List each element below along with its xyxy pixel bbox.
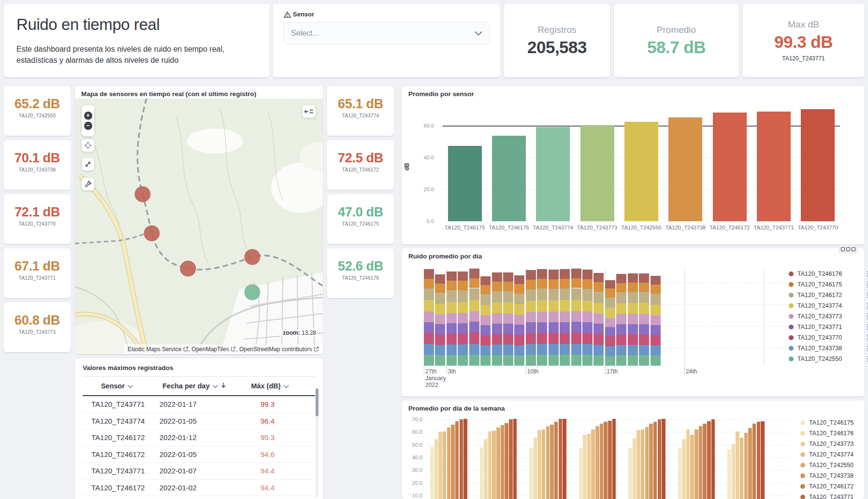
stacked-bar-segment[interactable] xyxy=(480,294,491,305)
stacked-bar-segment[interactable] xyxy=(526,289,536,301)
stacked-bar-segment[interactable] xyxy=(469,300,479,312)
stacked-bar-segment[interactable] xyxy=(435,293,445,304)
stacked-bar-segment[interactable] xyxy=(560,300,570,312)
stacked-bar-segment[interactable] xyxy=(560,279,570,289)
stacked-bar-segment[interactable] xyxy=(549,355,559,366)
map-attribution-link[interactable]: OpenMapTiles xyxy=(191,346,236,353)
grouped-bar[interactable] xyxy=(748,428,752,499)
grouped-bar[interactable] xyxy=(542,429,546,499)
stacked-bar-segment[interactable] xyxy=(492,302,502,314)
stacked-bar-segment[interactable] xyxy=(605,318,615,327)
column-header-sensor[interactable]: Sensor xyxy=(83,382,151,390)
legend-item[interactable]: TA120_T242550 xyxy=(800,460,864,470)
grouped-bar[interactable] xyxy=(509,419,513,499)
locate-button[interactable] xyxy=(82,139,94,152)
grouped-bar[interactable] xyxy=(480,447,484,499)
stacked-bar-segment[interactable] xyxy=(526,280,536,289)
stacked-bar-segment[interactable] xyxy=(537,269,547,279)
stacked-bar-segment[interactable] xyxy=(492,272,502,282)
grouped-bar[interactable] xyxy=(492,431,496,499)
grouped-bar[interactable] xyxy=(604,422,608,499)
stacked-bar-segment[interactable] xyxy=(651,356,661,366)
grouped-bar[interactable] xyxy=(641,429,645,499)
stacked-bar-segment[interactable] xyxy=(458,281,468,290)
stacked-bar-segment[interactable] xyxy=(605,308,615,318)
stacked-bar-segment[interactable] xyxy=(435,284,445,293)
stacked-bar-segment[interactable] xyxy=(593,303,604,314)
stacked-bar-segment[interactable] xyxy=(469,344,479,355)
stacked-bar-segment[interactable] xyxy=(537,333,547,344)
stacked-bar-segment[interactable] xyxy=(526,270,536,280)
stacked-bar-segment[interactable] xyxy=(503,334,513,344)
grouped-bar[interactable] xyxy=(637,430,640,499)
stacked-bar-segment[interactable] xyxy=(514,345,524,356)
map-sensor-marker[interactable] xyxy=(245,285,260,300)
stacked-bar-segment[interactable] xyxy=(582,344,593,355)
grouped-bar[interactable] xyxy=(546,426,550,499)
expand-button[interactable] xyxy=(82,158,94,171)
stacked-bar-segment[interactable] xyxy=(639,283,649,292)
stacked-bar-segment[interactable] xyxy=(571,288,581,300)
stacked-bar-segment[interactable] xyxy=(651,276,661,285)
stacked-bar-segment[interactable] xyxy=(549,344,559,355)
bar[interactable] xyxy=(580,125,614,221)
stacked-bar-segment[interactable] xyxy=(549,270,559,279)
stacked-bar-segment[interactable] xyxy=(537,279,547,289)
bar[interactable] xyxy=(624,122,658,221)
legend-item[interactable]: TA120_T243738 xyxy=(789,343,868,354)
stacked-bar-segment[interactable] xyxy=(435,324,445,334)
grouped-bar[interactable] xyxy=(455,421,459,499)
stacked-bar-segment[interactable] xyxy=(447,313,457,323)
grouped-bar[interactable] xyxy=(682,439,686,499)
zoom-in-button[interactable]: + xyxy=(84,112,92,120)
grouped-bar[interactable] xyxy=(451,425,455,499)
stacked-bar-segment[interactable] xyxy=(447,344,457,355)
stacked-bar-segment[interactable] xyxy=(480,345,491,356)
legend-item[interactable]: TA120_T243771 xyxy=(789,322,868,332)
stacked-bar-segment[interactable] xyxy=(639,345,649,355)
stacked-bar-segment[interactable] xyxy=(447,323,457,334)
stacked-bar-segment[interactable] xyxy=(628,303,638,314)
bar[interactable] xyxy=(801,109,835,221)
stacked-bar-segment[interactable] xyxy=(503,291,513,302)
stacked-bar-segment[interactable] xyxy=(458,344,468,355)
stacked-bar-segment[interactable] xyxy=(424,269,434,279)
legend-item[interactable]: TA120_T243771 xyxy=(800,492,864,499)
stacked-bar-segment[interactable] xyxy=(593,324,604,334)
stacked-bar-segment[interactable] xyxy=(514,325,524,335)
grouped-bar[interactable] xyxy=(653,422,657,499)
stacked-bar-segment[interactable] xyxy=(571,300,581,312)
stacked-bar-segment[interactable] xyxy=(639,314,649,324)
panel-options-menu[interactable] xyxy=(838,245,858,254)
stacked-bar-segment[interactable] xyxy=(605,298,615,308)
grouped-bar[interactable] xyxy=(711,419,715,499)
stacked-bar-segment[interactable] xyxy=(571,269,581,278)
stacked-bar-segment[interactable] xyxy=(458,290,468,301)
stacked-bar-segment[interactable] xyxy=(526,355,536,366)
stacked-bar-segment[interactable] xyxy=(593,355,604,366)
legend-item[interactable]: TA120_T243773 xyxy=(789,311,868,322)
stacked-bar-segment[interactable] xyxy=(605,280,615,288)
map-sensor-marker[interactable] xyxy=(144,226,160,242)
stacked-bar-segment[interactable] xyxy=(503,355,513,366)
stacked-bar-segment[interactable] xyxy=(480,285,491,294)
legend-item[interactable]: TA120_T246176 xyxy=(789,269,868,279)
stacked-bar-segment[interactable] xyxy=(447,355,457,366)
stacked-bar-segment[interactable] xyxy=(582,312,593,322)
grouped-bar[interactable] xyxy=(628,448,632,499)
stacked-bar-segment[interactable] xyxy=(605,327,615,337)
stacked-bar-segment[interactable] xyxy=(616,355,626,366)
stacked-bar-segment[interactable] xyxy=(549,279,559,289)
grouped-bar[interactable] xyxy=(736,431,739,499)
grouped-bar[interactable] xyxy=(761,421,765,499)
stacked-bar-segment[interactable] xyxy=(526,333,536,344)
stacked-bar-segment[interactable] xyxy=(526,344,536,355)
stacked-bar-segment[interactable] xyxy=(469,278,479,288)
map-sensor-marker[interactable] xyxy=(245,249,260,265)
grouped-bar[interactable] xyxy=(513,419,517,499)
grouped-bar[interactable] xyxy=(686,429,690,499)
stacked-bar-segment[interactable] xyxy=(571,322,581,332)
stacked-bar-segment[interactable] xyxy=(616,334,626,345)
stacked-bar-segment[interactable] xyxy=(628,334,638,345)
grouped-bar[interactable] xyxy=(496,428,500,499)
